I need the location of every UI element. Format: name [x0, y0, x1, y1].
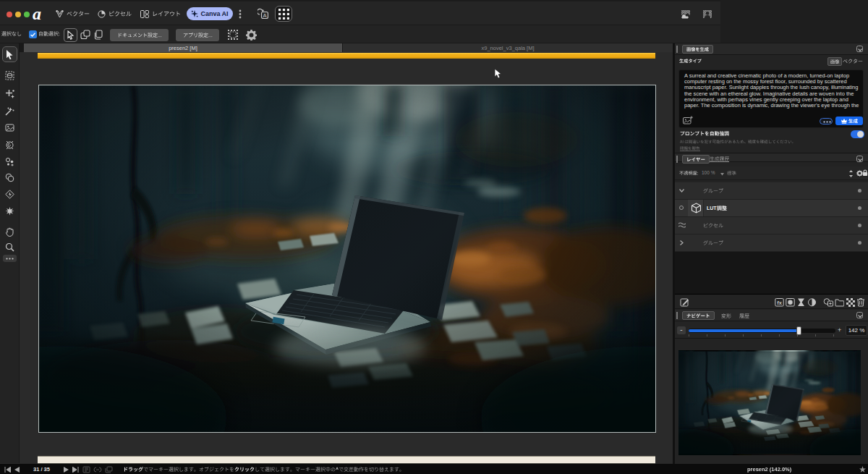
svg-text:A: A	[263, 12, 266, 19]
svg-text:fx: fx	[777, 300, 782, 306]
